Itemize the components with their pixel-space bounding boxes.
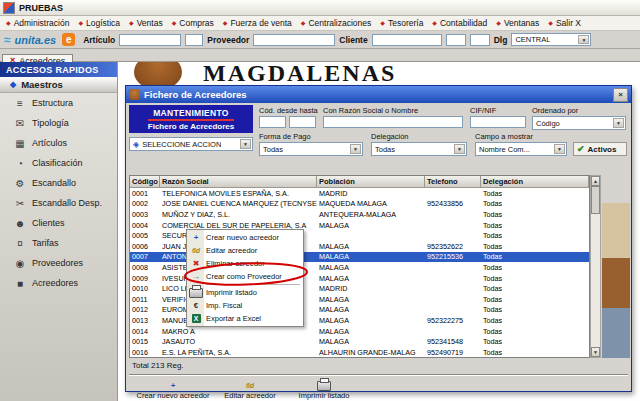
menu-item-label: Tesorería [388,18,423,28]
article-input[interactable] [119,34,181,46]
sidebar-item-proveedores[interactable]: ◉Proveedores [0,253,117,273]
background-photo-strip [602,175,630,358]
sidebar-item-label: Proveedores [32,258,83,268]
scroll-down-icon[interactable]: ▼ [591,347,600,357]
chevron-down-icon[interactable]: ▼ [613,118,624,128]
banner-rule [148,119,234,121]
razon-input[interactable] [323,116,463,128]
ordenado-select[interactable]: Código ▼ [532,116,626,130]
dlg-select[interactable]: CENTRAL ▼ [511,33,591,46]
delegacion-label: Delegación [371,132,409,141]
scrollbar-thumb[interactable] [591,186,600,214]
context-menu-item-imprimir-listado[interactable]: Imprimir listado [187,286,303,299]
campo-select[interactable]: Nombre Com... ▼ [475,142,567,156]
forma-pago-select[interactable]: Todas ▼ [259,142,363,156]
column-header-poblaci-n[interactable]: Población [317,176,425,188]
cell-delegacion: Todas [481,188,589,199]
chevron-down-icon[interactable]: ▼ [554,144,565,154]
sidebar-item-tipolog-a[interactable]: ✉Tipología [0,113,117,133]
table-row[interactable]: 0014MAKRO AMALAGATodas [130,326,589,337]
provider-input[interactable] [253,34,335,46]
column-header-telefono[interactable]: Telefono [425,176,481,188]
toolbar: ≈ unita.es e Artículo Proveedor Cliente … [0,31,640,49]
sidebar-item-art-culos[interactable]: ▦Artículos [0,133,117,153]
chevron-down-icon[interactable]: ▼ [578,35,589,44]
menu-item-administraci-n[interactable]: ◆Administración [6,18,69,28]
context-menu-item-label: Crear nuevo acreedor [206,233,279,242]
e-logo-icon[interactable]: e [62,33,75,46]
table-row[interactable]: 0016E.S. LA PEÑITA, S.A.ALHAURIN GRANDE-… [130,347,589,358]
context-menu-item-editar-acreedor[interactable]: 6dEditar acreedor [187,244,303,257]
tipolog-a-icon: ✉ [14,118,26,129]
article-aux-input[interactable] [185,34,203,46]
article-label: Artículo [83,35,115,45]
sidebar-item-escandallo-desp-[interactable]: ✂Escandallo Desp. [0,193,117,213]
context-menu-item-exportar-a-excel[interactable]: XExportar a Excel [187,312,303,325]
menu-item-label: Fuerza de venta [230,18,291,28]
sidebar-item-estructura[interactable]: ≡Estructura [0,93,117,113]
sidebar-items: ≡Estructura✉Tipología▦Artículos◔Clasific… [0,93,117,293]
cod-to-input[interactable] [289,116,316,128]
forma-pago-value: Todas [263,145,283,154]
context-menu-item-eliminar-acreedor[interactable]: ✖Eliminar acreedor [187,257,303,270]
chevron-down-icon[interactable]: ▼ [240,139,251,149]
activos-checkbox[interactable]: ✔ Activos [573,142,627,156]
sidebar-item-clientes[interactable]: ☻Clientes [0,213,117,233]
column-header-raz-n-social[interactable]: Razón Social [160,176,317,188]
cif-input[interactable] [470,116,526,128]
cell-razon-social: JASAUTO [160,336,317,347]
sidebar-item-acreedores[interactable]: ■Acreedores [0,273,117,293]
menu-item-contabilidad[interactable]: ◆Contabilidad [432,18,487,28]
chevron-down-icon[interactable]: ▼ [350,144,361,154]
cell-codigo: 0003 [130,209,160,220]
context-menu-item-imp-fiscal[interactable]: €Imp. Fiscal [187,299,303,312]
cell-poblacion: MALAGA [317,326,425,337]
sidebar-item-escandallo[interactable]: ⚙Escandallo [0,173,117,193]
vertical-scrollbar[interactable]: ▲ ▼ [590,175,601,358]
plus-icon: + [189,233,203,242]
imprimir-listado-button[interactable]: Imprimir listado [288,378,360,400]
menu-item-log-stica[interactable]: ◆Logística [78,18,120,28]
sidebar-item-clasificaci-n[interactable]: ◔Clasificación [0,153,117,173]
menu-item-centralizaciones[interactable]: ◆Centralizaciones [301,18,371,28]
menu-item-label: Centralizaciones [308,18,371,28]
menu-item-ventanas[interactable]: ◆Ventanas [496,18,539,28]
context-menu-item-crear-como-proveedor[interactable]: →Crear como Proveedor [187,270,303,283]
menu-item-ventas[interactable]: ◆Ventas [129,18,163,28]
aux-input-2[interactable] [470,34,490,46]
editar-acreedor-button[interactable]: 6dEditar acreedor [218,378,282,400]
context-menu-item-crear-nuevo-acreedor[interactable]: +Crear nuevo acreedor [187,231,303,244]
menu-item-salir-x[interactable]: ◆Salir X [548,18,581,28]
table-row[interactable]: 0015JASAUTOMALAGA952341548Todas [130,336,589,347]
action-select[interactable]: ◈ SELECCIONE ACCION ▼ [129,137,253,151]
table-row[interactable]: 0001TELEFONICA MOVILES ESPAÑA, S.A.MADRI… [130,188,589,199]
button-label: Editar acreedor [218,391,282,400]
sidebar-header: ACCESOS RAPIDOS [0,62,117,77]
dialog-close-button[interactable]: × [613,88,628,102]
table-row[interactable]: 0002JOSE DANIEL CUENCA MARQUEZ (TECNYSER… [130,199,589,210]
dialog-titlebar[interactable]: Fichero de Acreedores × [126,86,631,103]
cif-label: CIF/NIF [470,106,496,115]
crear-nuevo-acreedor-button[interactable]: +Crear nuevo acreedor [134,378,212,400]
edit-icon: 6d [189,247,203,254]
cell-delegacion: Todas [481,262,589,273]
column-header-c-digo[interactable]: Código [130,176,160,188]
sidebar-item-tarifas[interactable]: ¤Tarifas [0,233,117,253]
sidebar-section-maestros[interactable]: ◆ Maestros [0,77,117,93]
section-icon: ◆ [10,80,16,89]
menu-item-fuerza-de-venta[interactable]: ◆Fuerza de venta [223,18,292,28]
delegacion-select[interactable]: Todas ▼ [371,142,467,156]
chevron-down-icon[interactable]: ▼ [454,144,465,154]
scroll-up-icon[interactable]: ▲ [591,176,600,186]
cell-codigo: 0001 [130,188,160,199]
menu-item-tesorer-a[interactable]: ◆Tesorería [380,18,423,28]
cod-label: Cód. desde hasta [259,106,318,115]
client-input[interactable] [372,34,442,46]
cell-poblacion: ANTEQUERA-MALAGA [317,209,425,220]
cod-from-input[interactable] [259,116,286,128]
table-row[interactable]: 0003MUÑOZ Y DIAZ, S.L.ANTEQUERA-MALAGATo… [130,209,589,220]
acreedores-icon: ■ [14,278,26,289]
aux-input-1[interactable] [446,34,466,46]
menu-item-compras[interactable]: ◆Compras [172,18,214,28]
column-header-delegaci-n[interactable]: Delegación [481,176,589,188]
